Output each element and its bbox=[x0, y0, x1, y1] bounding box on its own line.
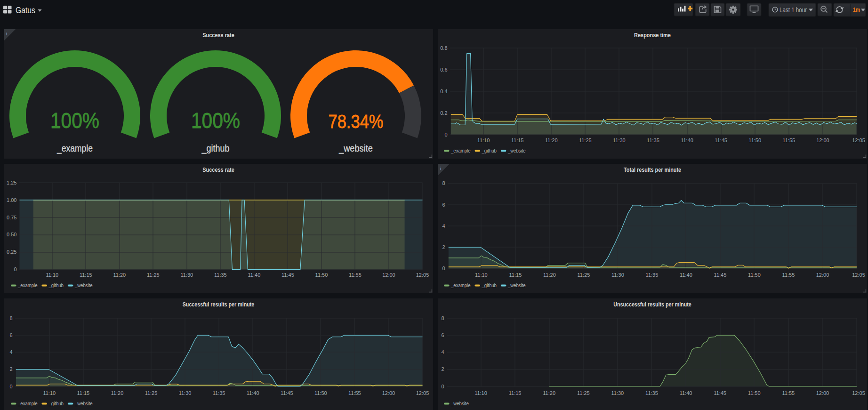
svg-text:Success rate: Success rate bbox=[202, 166, 234, 173]
svg-text:11:25: 11:25 bbox=[147, 272, 160, 278]
svg-text:6: 6 bbox=[442, 202, 445, 208]
svg-text:11:35: 11:35 bbox=[213, 390, 225, 396]
svg-text:_github: _github bbox=[482, 282, 497, 288]
svg-text:_website: _website bbox=[450, 401, 469, 406]
svg-text:_website: _website bbox=[507, 148, 526, 153]
svg-text:11:30: 11:30 bbox=[613, 137, 626, 143]
svg-text:11:40: 11:40 bbox=[248, 272, 261, 278]
svg-text:11:35: 11:35 bbox=[645, 390, 658, 396]
svg-text:Response time: Response time bbox=[634, 32, 671, 39]
svg-text:11:25: 11:25 bbox=[577, 390, 590, 396]
svg-text:12:00: 12:00 bbox=[816, 137, 829, 143]
svg-text:12:00: 12:00 bbox=[816, 390, 829, 396]
svg-text:11:55: 11:55 bbox=[782, 272, 795, 278]
svg-text:11:20: 11:20 bbox=[545, 137, 558, 143]
svg-text:0.2: 0.2 bbox=[440, 110, 447, 116]
svg-text:11:40: 11:40 bbox=[680, 272, 692, 278]
svg-text:_github: _github bbox=[482, 148, 497, 153]
svg-text:11:15: 11:15 bbox=[509, 272, 522, 278]
svg-text:i: i bbox=[6, 32, 7, 36]
svg-text:8: 8 bbox=[9, 315, 12, 321]
svg-text:Total results per minute: Total results per minute bbox=[624, 166, 681, 173]
svg-text:6: 6 bbox=[9, 332, 12, 338]
svg-text:Successful results per minute: Successful results per minute bbox=[183, 301, 255, 308]
svg-text:0.25: 0.25 bbox=[7, 249, 16, 255]
svg-text:11:50: 11:50 bbox=[748, 137, 761, 143]
svg-text:0: 0 bbox=[444, 132, 447, 137]
svg-text:11:20: 11:20 bbox=[543, 272, 556, 278]
svg-text:11:10: 11:10 bbox=[477, 137, 490, 143]
svg-text:_github: _github bbox=[48, 401, 64, 406]
svg-text:11:55: 11:55 bbox=[782, 390, 795, 396]
svg-text:11:10: 11:10 bbox=[43, 390, 56, 396]
svg-text:11:50: 11:50 bbox=[315, 272, 328, 278]
svg-text:11:30: 11:30 bbox=[181, 272, 193, 278]
svg-text:12:05: 12:05 bbox=[416, 390, 429, 396]
svg-text:4: 4 bbox=[9, 349, 12, 355]
svg-text:11:50: 11:50 bbox=[748, 390, 761, 396]
svg-text:11:30: 11:30 bbox=[611, 272, 624, 278]
svg-text:_example: _example bbox=[17, 282, 37, 288]
svg-text:0: 0 bbox=[441, 384, 444, 389]
svg-text:11:50: 11:50 bbox=[748, 272, 761, 278]
svg-text:11:50: 11:50 bbox=[314, 390, 327, 396]
svg-text:12:05: 12:05 bbox=[852, 137, 865, 143]
svg-text:100%: 100% bbox=[191, 109, 240, 133]
svg-text:11:55: 11:55 bbox=[348, 390, 361, 396]
svg-text:11:20: 11:20 bbox=[113, 272, 126, 278]
svg-text:1.00: 1.00 bbox=[7, 197, 16, 203]
svg-text:11:40: 11:40 bbox=[681, 137, 693, 143]
svg-text:0: 0 bbox=[14, 266, 16, 272]
svg-text:_website: _website bbox=[74, 401, 93, 406]
svg-text:2: 2 bbox=[441, 366, 444, 372]
svg-text:12:05: 12:05 bbox=[416, 272, 429, 278]
svg-text:_example: _example bbox=[56, 143, 93, 154]
svg-text:Last 1 hour: Last 1 hour bbox=[780, 6, 807, 14]
svg-text:11:25: 11:25 bbox=[579, 137, 592, 143]
svg-text:11:55: 11:55 bbox=[782, 137, 795, 143]
svg-text:11:10: 11:10 bbox=[474, 390, 487, 396]
svg-text:11:25: 11:25 bbox=[578, 272, 590, 278]
svg-text:0.4: 0.4 bbox=[440, 88, 447, 94]
svg-text:12:00: 12:00 bbox=[382, 390, 395, 396]
svg-text:_github: _github bbox=[48, 282, 64, 288]
svg-text:_example: _example bbox=[450, 282, 470, 288]
svg-text:11:10: 11:10 bbox=[475, 272, 488, 278]
svg-text:12:00: 12:00 bbox=[816, 272, 829, 278]
svg-text:11:45: 11:45 bbox=[714, 272, 727, 278]
svg-text:11:15: 11:15 bbox=[77, 390, 90, 396]
svg-text:0.75: 0.75 bbox=[7, 215, 16, 220]
svg-text:11:35: 11:35 bbox=[647, 137, 659, 143]
svg-text:12:00: 12:00 bbox=[382, 272, 395, 278]
svg-text:2: 2 bbox=[9, 366, 12, 372]
svg-text:0.50: 0.50 bbox=[7, 232, 16, 237]
svg-text:Success rate: Success rate bbox=[202, 32, 234, 39]
svg-text:Unsuccessful results per minut: Unsuccessful results per minute bbox=[613, 301, 691, 308]
svg-text:0.6: 0.6 bbox=[440, 67, 447, 72]
svg-text:11:45: 11:45 bbox=[281, 272, 294, 278]
svg-text:11:45: 11:45 bbox=[281, 390, 293, 396]
svg-text:100%: 100% bbox=[50, 109, 99, 133]
svg-text:11:40: 11:40 bbox=[680, 390, 692, 396]
svg-text:11:20: 11:20 bbox=[111, 390, 124, 396]
svg-text:8: 8 bbox=[441, 315, 444, 321]
svg-text:11:40: 11:40 bbox=[247, 390, 259, 396]
svg-text:78.34%: 78.34% bbox=[329, 111, 384, 132]
svg-text:_website: _website bbox=[507, 282, 526, 288]
svg-text:12:05: 12:05 bbox=[852, 272, 865, 278]
svg-text:11:45: 11:45 bbox=[715, 137, 727, 143]
svg-text:_website: _website bbox=[338, 143, 373, 154]
svg-text:1.25: 1.25 bbox=[7, 180, 16, 185]
svg-text:11:15: 11:15 bbox=[509, 390, 522, 396]
svg-text:0: 0 bbox=[442, 265, 445, 271]
svg-text:Gatus: Gatus bbox=[16, 5, 35, 15]
svg-text:_example: _example bbox=[450, 148, 470, 153]
svg-text:11:15: 11:15 bbox=[511, 137, 524, 143]
svg-text:11:35: 11:35 bbox=[646, 272, 659, 278]
svg-text:4: 4 bbox=[442, 223, 445, 229]
svg-text:0.8: 0.8 bbox=[440, 45, 447, 51]
svg-text:_example: _example bbox=[17, 401, 37, 406]
svg-text:11:30: 11:30 bbox=[611, 390, 624, 396]
svg-text:11:10: 11:10 bbox=[46, 272, 58, 278]
svg-text:4: 4 bbox=[441, 349, 444, 355]
